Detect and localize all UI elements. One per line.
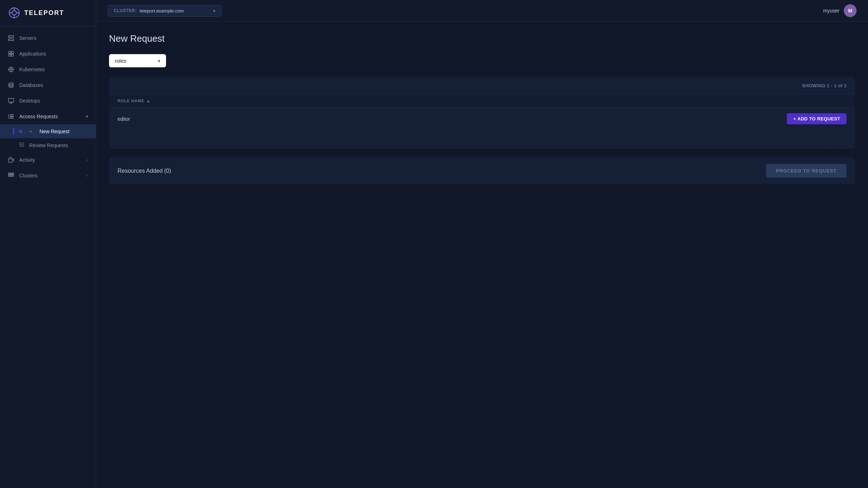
sidebar-subitem-new-request[interactable]: + New Request bbox=[0, 124, 96, 138]
role-name-cell: editor bbox=[118, 116, 787, 122]
roles-table: SHOWING 1 - 1 of 1 ROLE NAME ▲ editor + … bbox=[109, 77, 855, 149]
sidebar-item-desktops[interactable]: Desktops bbox=[0, 93, 96, 109]
proceed-to-request-button[interactable]: PROCEED TO REQUEST bbox=[766, 164, 847, 178]
type-selector-dropdown[interactable]: roles ▾ bbox=[109, 54, 166, 67]
sidebar-item-label-activity: Activity bbox=[19, 157, 35, 163]
type-selector-value: roles bbox=[115, 58, 154, 64]
kubernetes-icon bbox=[8, 66, 14, 73]
new-request-plus-icon: + bbox=[29, 128, 32, 134]
svg-rect-35 bbox=[12, 173, 14, 175]
topbar: CLUSTER: teleport.example.com ▾ myuser M bbox=[96, 0, 868, 22]
svg-rect-33 bbox=[9, 173, 10, 175]
sidebar-item-label-applications: Applications bbox=[19, 51, 46, 57]
clusters-chevron: › bbox=[87, 173, 88, 178]
clusters-icon bbox=[8, 172, 14, 179]
page-title: New Request bbox=[109, 33, 855, 44]
showing-count: SHOWING 1 - 1 of 1 bbox=[802, 83, 847, 88]
sidebar-item-label-clusters: Clusters bbox=[19, 173, 37, 178]
access-requests-chevron: ▾ bbox=[86, 114, 88, 119]
svg-point-20 bbox=[9, 83, 13, 84]
main-area: CLUSTER: teleport.example.com ▾ myuser M… bbox=[96, 0, 868, 488]
sidebar-item-label-servers: Servers bbox=[19, 35, 36, 41]
sidebar-subitem-label-new-request: New Request bbox=[40, 129, 69, 134]
activity-icon bbox=[8, 157, 14, 163]
access-requests-icon bbox=[8, 113, 14, 120]
svg-point-1 bbox=[12, 11, 16, 15]
sidebar-item-databases[interactable]: Databases bbox=[0, 77, 96, 93]
sidebar-item-access-requests[interactable]: Access Requests ▾ bbox=[0, 109, 96, 124]
svg-rect-21 bbox=[9, 98, 14, 102]
table-pagination: ‹ › bbox=[109, 130, 855, 149]
svg-rect-12 bbox=[9, 54, 11, 56]
svg-rect-36 bbox=[9, 175, 10, 177]
content-area: New Request roles ▾ SHOWING 1 - 1 of 1 R… bbox=[96, 22, 868, 488]
resources-added-label: Resources Added (0) bbox=[118, 168, 171, 174]
svg-point-9 bbox=[9, 40, 10, 40]
table-col-header[interactable]: ROLE NAME ▲ bbox=[109, 94, 855, 108]
svg-rect-10 bbox=[9, 51, 11, 53]
teleport-logo-icon bbox=[8, 6, 21, 19]
add-to-request-button[interactable]: + ADD TO REQUEST bbox=[787, 113, 847, 124]
type-selector-chevron-icon: ▾ bbox=[158, 58, 160, 64]
review-requests-icon bbox=[19, 142, 24, 148]
svg-rect-37 bbox=[10, 175, 12, 177]
logo[interactable]: TELEPORT bbox=[0, 0, 96, 26]
sidebar-item-applications[interactable]: Applications bbox=[0, 46, 96, 62]
databases-icon bbox=[8, 82, 14, 88]
sidebar-item-kubernetes[interactable]: Kubernetes bbox=[0, 62, 96, 77]
table-row: editor + ADD TO REQUEST bbox=[109, 108, 855, 130]
user-avatar: M bbox=[844, 4, 857, 17]
sidebar: TELEPORT Servers Applications Kubernetes bbox=[0, 0, 96, 488]
sidebar-item-servers[interactable]: Servers bbox=[0, 30, 96, 46]
sidebar-subitem-review-requests[interactable]: Review Requests bbox=[0, 138, 96, 152]
desktops-icon bbox=[8, 98, 14, 104]
activity-chevron: › bbox=[87, 157, 88, 162]
svg-point-8 bbox=[9, 36, 10, 37]
sidebar-subitem-label-review-requests: Review Requests bbox=[29, 142, 68, 148]
sidebar-item-clusters[interactable]: Clusters › bbox=[0, 168, 96, 183]
resources-bar: Resources Added (0) PROCEED TO REQUEST bbox=[109, 157, 855, 184]
user-menu[interactable]: myuser M bbox=[823, 4, 857, 17]
applications-icon bbox=[8, 51, 14, 57]
role-name-column-header: ROLE NAME ▲ bbox=[118, 99, 150, 103]
cluster-value: teleport.example.com bbox=[140, 8, 210, 14]
server-icon bbox=[8, 35, 14, 41]
sort-icon: ▲ bbox=[146, 99, 150, 103]
svg-rect-11 bbox=[11, 51, 14, 53]
sidebar-item-label-databases: Databases bbox=[19, 82, 43, 88]
cluster-selector[interactable]: CLUSTER: teleport.example.com ▾ bbox=[108, 5, 222, 17]
sidebar-item-activity[interactable]: Activity › bbox=[0, 152, 96, 168]
sidebar-item-label-access-requests: Access Requests bbox=[19, 114, 58, 119]
pagination-next-button[interactable]: › bbox=[837, 135, 847, 145]
table-header-bar: SHOWING 1 - 1 of 1 bbox=[109, 77, 855, 94]
sidebar-nav: Servers Applications Kubernetes Database… bbox=[0, 26, 96, 488]
active-indicator bbox=[19, 130, 22, 133]
user-name: myuser bbox=[823, 8, 839, 14]
svg-rect-34 bbox=[10, 173, 12, 175]
cluster-label: CLUSTER: bbox=[114, 8, 137, 13]
pagination-prev-button[interactable]: ‹ bbox=[821, 135, 831, 145]
sidebar-item-label-desktops: Desktops bbox=[19, 98, 40, 104]
sidebar-item-label-kubernetes: Kubernetes bbox=[19, 67, 45, 72]
access-requests-subitems: + New Request Review Requests bbox=[0, 124, 96, 152]
logo-text: TELEPORT bbox=[24, 9, 64, 17]
svg-rect-38 bbox=[12, 175, 14, 177]
svg-rect-13 bbox=[11, 54, 14, 56]
cluster-chevron-icon: ▾ bbox=[213, 8, 216, 14]
